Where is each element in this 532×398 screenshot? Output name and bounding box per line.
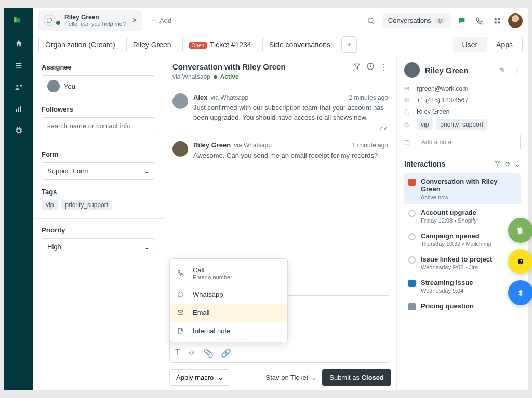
channel-whatsapp[interactable]: Whatsapp [170, 285, 287, 304]
svg-rect-4 [16, 67, 22, 67]
svg-rect-15 [498, 21, 500, 23]
history-icon[interactable] [366, 62, 375, 73]
tab-subtitle: Hello, can you help me? [64, 21, 126, 28]
seg-user[interactable]: User [453, 37, 487, 52]
tag-chip: vip [417, 119, 433, 130]
event-marker [408, 256, 416, 264]
workspace-tab[interactable]: Riley Green Hello, can you help me? ✕ [38, 10, 142, 31]
event-marker [408, 233, 416, 240]
submit-button[interactable]: Submit as Closed [322, 369, 391, 386]
mailchimp-fab[interactable] [508, 249, 532, 274]
tab-side-conversations[interactable]: Side conversations [262, 37, 337, 52]
filter-icon[interactable] [494, 160, 501, 168]
svg-rect-0 [14, 17, 16, 23]
conversations-count: 0 [435, 18, 445, 24]
note-icon [177, 327, 187, 334]
views-icon[interactable] [14, 60, 24, 71]
whatsapp-icon [177, 291, 187, 298]
tab-requester[interactable]: Riley Green [126, 37, 178, 52]
chat-icon[interactable] [455, 14, 469, 28]
form-select[interactable]: Support Form ⌄ [42, 162, 155, 180]
channel-call[interactable]: CallEnter a number [170, 261, 287, 285]
add-tab-button[interactable]: ＋Add [147, 13, 176, 29]
svg-rect-3 [16, 65, 22, 66]
integration-fabs [508, 218, 532, 305]
svg-rect-12 [495, 18, 497, 20]
tag-chip[interactable]: priority_support [61, 200, 112, 210]
message-text: Awesome. Can you send me an email receip… [193, 151, 388, 161]
interaction-item[interactable]: Conversation with Riley GreenActive now [404, 173, 521, 204]
assignee-label: Assignee [42, 63, 155, 71]
tag-chip[interactable]: vip [42, 200, 58, 210]
call-icon[interactable] [473, 14, 486, 28]
conversation-panel: Conversation with Riley Green via Whatsa… [164, 56, 397, 390]
nav-rail [4, 8, 33, 390]
interactions-heading: Interactions [404, 160, 445, 168]
chevron-down-icon[interactable]: ⌄ [515, 160, 521, 168]
user-avatar[interactable] [508, 13, 523, 28]
tag-icon: ◇ [404, 121, 411, 128]
ticket-fields-panel: Assignee You Followers Form Su [33, 56, 164, 390]
apps-grid-icon[interactable] [490, 14, 504, 28]
svg-point-19 [518, 259, 524, 265]
close-icon[interactable]: ✕ [132, 17, 137, 24]
topbar: Riley Green Hello, can you help me? ✕ ＋A… [33, 8, 528, 33]
apply-macro-select[interactable]: Apply macro⌄ [169, 369, 230, 386]
phone-icon: ✆ [404, 97, 411, 104]
text-format-icon[interactable]: T [175, 348, 180, 358]
product-logo [13, 16, 24, 27]
edit-icon[interactable]: ✎ [500, 66, 506, 74]
chevron-down-icon: ⌄ [311, 374, 317, 381]
profile-avatar [404, 62, 420, 78]
priority-select[interactable]: High ⌄ [42, 238, 155, 255]
stay-on-ticket-select[interactable]: Stay on Ticket⌄ [266, 374, 317, 381]
interaction-item[interactable]: Campaign openedThursday 10:32 • Mailchim… [404, 228, 521, 251]
conversations-button[interactable]: Conversations 0 [382, 13, 451, 28]
channel-internal-note[interactable]: Internal note [170, 322, 287, 340]
context-switcher: User Apps [453, 37, 523, 52]
followers-input[interactable] [42, 117, 155, 134]
filter-icon[interactable] [353, 62, 361, 73]
interaction-item[interactable]: Streaming issueWednesday 9:04 [404, 275, 521, 298]
interaction-item[interactable]: Issue linked to projectWednesday 9:08 • … [404, 251, 521, 275]
shopify-fab[interactable] [508, 218, 532, 243]
mail-icon [177, 309, 187, 316]
reporting-icon[interactable] [14, 104, 24, 114]
add-side-conversation-button[interactable]: ＋ [341, 36, 357, 53]
jira-fab[interactable] [508, 280, 532, 305]
note-icon: ▢ [404, 139, 411, 146]
status-marker-open [408, 179, 416, 186]
assignee-field[interactable]: You [42, 75, 155, 97]
channel-email[interactable]: Email [170, 304, 287, 322]
more-icon[interactable]: ⋮ [380, 62, 388, 73]
interaction-item[interactable]: Account upgradeFriday 12:08 • Shopify [404, 204, 521, 228]
link-icon[interactable]: 🔗 [221, 348, 231, 358]
svg-rect-13 [498, 18, 500, 20]
more-icon[interactable]: ⋮ [514, 66, 521, 74]
message-time: 2 minutes ago [349, 94, 388, 101]
tab-ticket[interactable]: OpenTicket #1234 [182, 37, 258, 52]
message-via: via Whatsapp [234, 142, 272, 149]
profile-name: Riley Green [425, 66, 468, 75]
refresh-icon[interactable]: ⟳ [505, 160, 511, 168]
profile-email: rgreen@work.com [417, 85, 468, 92]
admin-icon[interactable] [14, 126, 24, 136]
event-marker [408, 210, 416, 217]
interaction-item[interactable]: Pricing question [404, 298, 521, 314]
attachment-icon[interactable]: 📎 [203, 348, 214, 358]
emoji-icon[interactable]: ☺ [188, 348, 196, 358]
whatsapp-icon: ◌ [404, 108, 411, 115]
message-text: Just confirmed with our subscription tea… [193, 103, 388, 123]
followers-search[interactable] [47, 122, 150, 130]
home-icon[interactable] [14, 38, 24, 49]
seg-apps[interactable]: Apps [487, 37, 522, 52]
tab-title: Riley Green [64, 13, 126, 21]
conversation-title: Conversation with Riley Green [172, 62, 286, 71]
tab-organization[interactable]: Organization (Create) [38, 37, 122, 52]
svg-point-21 [521, 260, 522, 262]
phone-icon [177, 270, 187, 277]
search-icon[interactable] [364, 14, 378, 28]
customers-icon[interactable] [14, 82, 24, 92]
add-note-input[interactable]: Add a note [417, 134, 521, 150]
ticket-tabs: Organization (Create) Riley Green OpenTi… [33, 33, 528, 56]
